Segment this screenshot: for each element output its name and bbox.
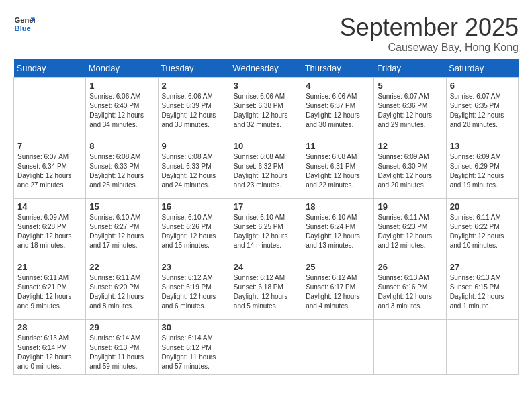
calendar-cell: 7Sunrise: 6:07 AM Sunset: 6:34 PM Daylig… [14,138,86,199]
calendar-cell: 30Sunrise: 6:14 AM Sunset: 6:12 PM Dayli… [158,320,230,375]
column-header-tuesday: Tuesday [158,59,230,78]
calendar-cell [302,320,374,375]
calendar-cell: 1Sunrise: 6:06 AM Sunset: 6:40 PM Daylig… [86,78,158,138]
day-info: Sunrise: 6:12 AM Sunset: 6:18 PM Dayligh… [234,273,298,311]
day-info: Sunrise: 6:08 AM Sunset: 6:33 PM Dayligh… [89,152,154,190]
column-header-monday: Monday [86,59,158,78]
day-number: 15 [89,201,154,212]
day-info: Sunrise: 6:06 AM Sunset: 6:37 PM Dayligh… [306,92,370,130]
calendar-cell [374,320,446,375]
day-number: 14 [17,201,82,212]
calendar-cell [446,320,518,375]
column-header-friday: Friday [374,59,446,78]
calendar-cell: 3Sunrise: 6:06 AM Sunset: 6:38 PM Daylig… [230,78,302,138]
day-number: 17 [234,201,298,212]
calendar-cell: 14Sunrise: 6:09 AM Sunset: 6:28 PM Dayli… [14,199,86,259]
calendar-cell [230,320,302,375]
day-number: 20 [450,201,515,212]
day-number: 1 [89,81,154,91]
day-number: 16 [162,201,226,212]
day-number: 12 [378,141,442,151]
location-subtitle: Causeway Bay, Hong Kong [340,42,519,54]
day-info: Sunrise: 6:13 AM Sunset: 6:14 PM Dayligh… [17,334,82,371]
day-info: Sunrise: 6:08 AM Sunset: 6:32 PM Dayligh… [234,152,298,190]
day-number: 21 [17,262,82,272]
day-info: Sunrise: 6:08 AM Sunset: 6:31 PM Dayligh… [306,152,370,190]
day-number: 11 [306,141,370,151]
column-header-thursday: Thursday [302,59,374,78]
calendar-week-row: 14Sunrise: 6:09 AM Sunset: 6:28 PM Dayli… [14,199,519,259]
calendar-table: SundayMondayTuesdayWednesdayThursdayFrid… [13,59,519,375]
calendar-header-row: SundayMondayTuesdayWednesdayThursdayFrid… [14,59,519,78]
day-info: Sunrise: 6:11 AM Sunset: 6:23 PM Dayligh… [378,213,442,250]
day-info: Sunrise: 6:06 AM Sunset: 6:39 PM Dayligh… [162,92,226,130]
calendar-cell: 27Sunrise: 6:13 AM Sunset: 6:15 PM Dayli… [446,259,518,320]
day-number: 24 [234,262,298,272]
day-info: Sunrise: 6:10 AM Sunset: 6:26 PM Dayligh… [162,213,226,250]
day-info: Sunrise: 6:09 AM Sunset: 6:29 PM Dayligh… [450,152,515,190]
day-info: Sunrise: 6:11 AM Sunset: 6:20 PM Dayligh… [89,273,154,311]
day-info: Sunrise: 6:07 AM Sunset: 6:35 PM Dayligh… [450,92,515,130]
day-info: Sunrise: 6:07 AM Sunset: 6:34 PM Dayligh… [17,152,82,190]
calendar-cell: 13Sunrise: 6:09 AM Sunset: 6:29 PM Dayli… [446,138,518,199]
day-number: 27 [450,262,515,272]
day-info: Sunrise: 6:13 AM Sunset: 6:16 PM Dayligh… [378,273,442,311]
calendar-cell: 11Sunrise: 6:08 AM Sunset: 6:31 PM Dayli… [302,138,374,199]
calendar-week-row: 1Sunrise: 6:06 AM Sunset: 6:40 PM Daylig… [14,78,519,138]
calendar-cell [14,78,86,138]
calendar-cell: 8Sunrise: 6:08 AM Sunset: 6:33 PM Daylig… [86,138,158,199]
day-number: 13 [450,141,515,151]
day-number: 18 [306,201,370,212]
calendar-cell: 18Sunrise: 6:10 AM Sunset: 6:24 PM Dayli… [302,199,374,259]
calendar-cell: 12Sunrise: 6:09 AM Sunset: 6:30 PM Dayli… [374,138,446,199]
day-info: Sunrise: 6:10 AM Sunset: 6:27 PM Dayligh… [89,213,154,250]
day-number: 25 [306,262,370,272]
day-number: 22 [89,262,154,272]
calendar-cell: 9Sunrise: 6:08 AM Sunset: 6:33 PM Daylig… [158,138,230,199]
day-number: 19 [378,201,442,212]
day-info: Sunrise: 6:07 AM Sunset: 6:36 PM Dayligh… [378,92,442,130]
day-info: Sunrise: 6:14 AM Sunset: 6:13 PM Dayligh… [89,334,154,371]
calendar-cell: 6Sunrise: 6:07 AM Sunset: 6:35 PM Daylig… [446,78,518,138]
day-number: 29 [89,322,154,332]
month-title: September 2025 [340,13,519,42]
calendar-cell: 21Sunrise: 6:11 AM Sunset: 6:21 PM Dayli… [14,259,86,320]
calendar-cell: 22Sunrise: 6:11 AM Sunset: 6:20 PM Dayli… [86,259,158,320]
day-info: Sunrise: 6:10 AM Sunset: 6:25 PM Dayligh… [234,213,298,250]
calendar-cell: 2Sunrise: 6:06 AM Sunset: 6:39 PM Daylig… [158,78,230,138]
day-info: Sunrise: 6:10 AM Sunset: 6:24 PM Dayligh… [306,213,370,250]
calendar-cell: 23Sunrise: 6:12 AM Sunset: 6:19 PM Dayli… [158,259,230,320]
calendar-cell: 16Sunrise: 6:10 AM Sunset: 6:26 PM Dayli… [158,199,230,259]
day-number: 9 [162,141,226,151]
day-number: 3 [234,81,298,91]
calendar-week-row: 7Sunrise: 6:07 AM Sunset: 6:34 PM Daylig… [14,138,519,199]
calendar-cell: 20Sunrise: 6:11 AM Sunset: 6:22 PM Dayli… [446,199,518,259]
day-info: Sunrise: 6:12 AM Sunset: 6:17 PM Dayligh… [306,273,370,311]
day-number: 8 [89,141,154,151]
day-info: Sunrise: 6:13 AM Sunset: 6:15 PM Dayligh… [450,273,515,311]
calendar-cell: 25Sunrise: 6:12 AM Sunset: 6:17 PM Dayli… [302,259,374,320]
calendar-cell: 19Sunrise: 6:11 AM Sunset: 6:23 PM Dayli… [374,199,446,259]
column-header-sunday: Sunday [14,59,86,78]
calendar-cell: 29Sunrise: 6:14 AM Sunset: 6:13 PM Dayli… [86,320,158,375]
day-number: 4 [306,81,370,91]
day-number: 7 [17,141,82,151]
calendar-cell: 26Sunrise: 6:13 AM Sunset: 6:16 PM Dayli… [374,259,446,320]
calendar-week-row: 21Sunrise: 6:11 AM Sunset: 6:21 PM Dayli… [14,259,519,320]
column-header-wednesday: Wednesday [230,59,302,78]
day-info: Sunrise: 6:08 AM Sunset: 6:33 PM Dayligh… [162,152,226,190]
column-header-saturday: Saturday [446,59,518,78]
day-number: 5 [378,81,442,91]
day-info: Sunrise: 6:11 AM Sunset: 6:21 PM Dayligh… [17,273,82,311]
svg-text:Blue: Blue [15,24,31,32]
day-info: Sunrise: 6:12 AM Sunset: 6:19 PM Dayligh… [162,273,226,311]
calendar-cell: 28Sunrise: 6:13 AM Sunset: 6:14 PM Dayli… [14,320,86,375]
day-info: Sunrise: 6:06 AM Sunset: 6:40 PM Dayligh… [89,92,154,130]
day-info: Sunrise: 6:09 AM Sunset: 6:30 PM Dayligh… [378,152,442,190]
calendar-cell: 15Sunrise: 6:10 AM Sunset: 6:27 PM Dayli… [86,199,158,259]
svg-text:General: General [15,16,35,24]
day-info: Sunrise: 6:09 AM Sunset: 6:28 PM Dayligh… [17,213,82,250]
day-number: 26 [378,262,442,272]
day-info: Sunrise: 6:11 AM Sunset: 6:22 PM Dayligh… [450,213,515,250]
calendar-cell: 10Sunrise: 6:08 AM Sunset: 6:32 PM Dayli… [230,138,302,199]
